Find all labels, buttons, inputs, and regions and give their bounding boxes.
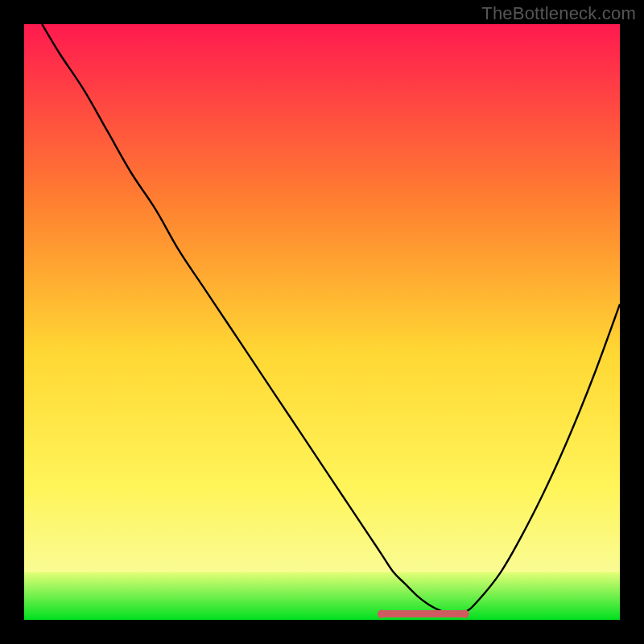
- optimal-range-endpoint-left: [378, 609, 386, 617]
- optimal-range-endpoint-right: [460, 609, 469, 617]
- plot-area: [24, 24, 620, 620]
- optimal-band: [24, 572, 620, 620]
- watermark-text: TheBottleneck.com: [481, 3, 636, 24]
- gradient-background: [24, 24, 620, 620]
- bottleneck-chart: [24, 24, 620, 620]
- chart-frame: TheBottleneck.com: [0, 0, 644, 644]
